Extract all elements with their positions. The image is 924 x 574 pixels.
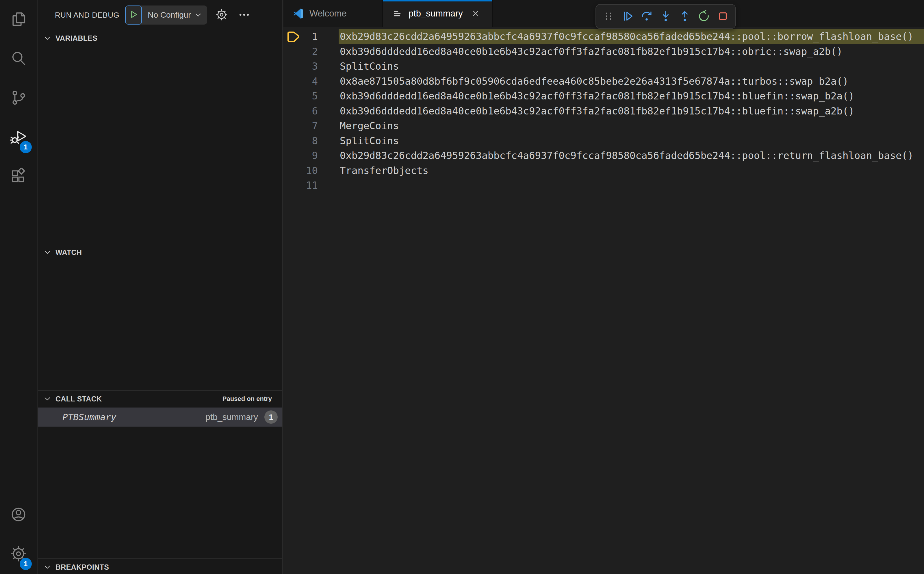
gear-icon — [215, 8, 228, 22]
editor-gutter[interactable]: 10 — [283, 163, 338, 178]
activity-item-run-and-debug[interactable]: 1 — [0, 118, 37, 157]
code-line-text[interactable]: 0xb29d83c26cdd2a64959263abbcfc4a6937f0c9… — [338, 148, 924, 163]
watch-section-header[interactable]: WATCH — [38, 244, 282, 260]
line-number[interactable]: 8 — [283, 134, 338, 148]
code-line-row[interactable]: 6 0xb39d6dddedd16ed8a40ce0b1e6b43c92acf0… — [283, 104, 924, 119]
editor-gutter[interactable]: 3 — [283, 59, 338, 74]
activity-item-accounts[interactable] — [0, 495, 37, 535]
debug-config-dropdown[interactable]: No Configur — [125, 5, 207, 25]
editor-gutter[interactable]: 7 — [283, 118, 338, 134]
files-icon — [10, 10, 27, 29]
debug-settings-button[interactable] — [214, 8, 229, 22]
run-and-debug-sidebar: RUN AND DEBUG No Configur — [38, 0, 283, 574]
line-number[interactable]: 11 — [283, 178, 338, 193]
breakpoints-section-header[interactable]: BREAKPOINTS — [38, 559, 282, 574]
chevron-down-icon — [43, 248, 52, 256]
line-number[interactable]: 2 — [283, 44, 338, 59]
code-line-text[interactable]: 0xb39d6dddedd16ed8a40ce0b1e6b43c92acf0ff… — [338, 89, 924, 104]
file-list-icon — [392, 8, 403, 19]
watch-section: WATCH — [38, 244, 282, 390]
activity-item-settings[interactable]: 1 — [0, 535, 37, 574]
line-number[interactable]: 5 — [283, 89, 338, 104]
gripper-icon — [602, 9, 615, 24]
tab-label: Welcome — [309, 8, 347, 19]
code-area[interactable]: 1 0xb29d83c26cdd2a64959263abbcfc4a6937f0… — [283, 27, 924, 574]
sidebar-header: RUN AND DEBUG No Configur — [38, 0, 282, 30]
code-line-row[interactable]: 4 0x8ae871505a80d8bf6bf9c05906cda6edfeea… — [283, 74, 924, 89]
activity-item-explorer[interactable] — [0, 0, 37, 39]
debug-step-over-icon — [640, 9, 653, 24]
tab-welcome[interactable]: Welcome — [283, 0, 383, 27]
activity-item-source-control[interactable] — [0, 79, 37, 118]
watch-section-label: WATCH — [55, 248, 82, 257]
code-line-text[interactable]: 0xb39d6dddedd16ed8a40ce0b1e6b43c92acf0ff… — [338, 44, 924, 59]
code-line-text[interactable]: 0xb39d6dddedd16ed8a40ce0b1e6b43c92acf0ff… — [338, 104, 924, 119]
debug-step-into-icon — [659, 9, 672, 24]
debug-stop-button[interactable] — [715, 8, 731, 25]
code-line-row[interactable]: 10 TransferObjects — [283, 163, 924, 178]
start-debugging-button[interactable] — [125, 5, 142, 25]
close-icon — [471, 9, 480, 19]
breakpoints-section: BREAKPOINTS — [38, 558, 282, 574]
code-line-row[interactable]: 1 0xb29d83c26cdd2a64959263abbcfc4a6937f0… — [283, 29, 924, 44]
paused-status-text: Paused on entry — [222, 395, 272, 403]
code-line-row[interactable]: 7 MergeCoins — [283, 118, 924, 134]
line-number[interactable]: 10 — [283, 163, 338, 178]
activity-item-extensions[interactable] — [0, 157, 37, 197]
close-tab-button[interactable] — [470, 8, 482, 19]
more-actions-button[interactable] — [237, 8, 252, 22]
ellipsis-icon — [238, 8, 250, 22]
code-line-row[interactable]: 8 SplitCoins — [283, 134, 924, 148]
debug-step-into-button[interactable] — [657, 8, 674, 25]
code-line-text[interactable]: TransferObjects — [338, 163, 924, 178]
editor-gutter[interactable]: 6 — [283, 104, 338, 119]
activity-item-search[interactable] — [0, 39, 37, 79]
code-line-row[interactable]: 9 0xb29d83c26cdd2a64959263abbcfc4a6937f0… — [283, 148, 924, 163]
variables-section-header[interactable]: VARIABLES — [38, 30, 282, 46]
debug-step-out-button[interactable] — [676, 8, 693, 25]
editor-gutter[interactable]: 8 — [283, 134, 338, 148]
code-line-row[interactable]: 2 0xb39d6dddedd16ed8a40ce0b1e6b43c92acf0… — [283, 44, 924, 59]
call-stack-frame-row[interactable]: PTBSummary ptb_summary 1 — [38, 407, 282, 427]
chevron-down-icon — [43, 563, 52, 571]
debug-toolbar — [595, 4, 736, 29]
editor-gutter[interactable]: 11 — [283, 178, 338, 193]
line-number[interactable]: 3 — [283, 59, 338, 74]
debug-badge: 1 — [20, 141, 32, 153]
code-line-text[interactable]: 0x8ae871505a80d8bf6bf9c05906cda6edfeea46… — [338, 74, 924, 89]
toolbar-drag-handle[interactable] — [600, 8, 617, 25]
vscode-window: 1 — [0, 0, 924, 574]
call-stack-section: CALL STACK Paused on entry PTBSummary pt… — [38, 390, 282, 558]
code-line-row[interactable]: 5 0xb39d6dddedd16ed8a40ce0b1e6b43c92acf0… — [283, 89, 924, 104]
editor-gutter[interactable]: 4 — [283, 74, 338, 89]
debug-step-over-button[interactable] — [638, 8, 655, 25]
editor-gutter[interactable]: 2 — [283, 44, 338, 59]
code-line-text[interactable] — [338, 178, 924, 193]
code-line-text[interactable]: SplitCoins — [338, 134, 924, 148]
code-line-text[interactable]: 0xb29d83c26cdd2a64959263abbcfc4a6937f0c9… — [338, 29, 924, 44]
code-line-row[interactable]: 11 — [283, 178, 924, 193]
line-number[interactable]: 7 — [283, 118, 338, 134]
call-stack-section-header[interactable]: CALL STACK Paused on entry — [38, 391, 282, 407]
line-number[interactable]: 9 — [283, 148, 338, 163]
debug-continue-button[interactable] — [619, 8, 636, 25]
editor-gutter[interactable]: 1 — [283, 29, 338, 44]
frame-source: ptb_summary — [205, 412, 258, 422]
editor-gutter[interactable]: 5 — [283, 89, 338, 104]
call-stack-section-label: CALL STACK — [55, 395, 102, 403]
search-icon — [10, 50, 27, 68]
debug-restart-button[interactable] — [696, 8, 712, 25]
variables-section: VARIABLES — [38, 30, 282, 244]
code-line-text[interactable]: SplitCoins — [338, 59, 924, 74]
line-number[interactable]: 6 — [283, 104, 338, 119]
debug-continue-icon — [621, 9, 634, 24]
debug-step-out-icon — [678, 9, 691, 24]
chevron-down-icon — [194, 11, 202, 19]
code-line-text[interactable]: MergeCoins — [338, 118, 924, 134]
tab-ptb-summary[interactable]: ptb_summary — [383, 0, 493, 27]
line-number[interactable]: 4 — [283, 74, 338, 89]
editor-gutter[interactable]: 9 — [283, 148, 338, 163]
source-control-icon — [10, 89, 27, 107]
chevron-down-icon — [43, 395, 52, 403]
code-line-row[interactable]: 3 SplitCoins — [283, 59, 924, 74]
